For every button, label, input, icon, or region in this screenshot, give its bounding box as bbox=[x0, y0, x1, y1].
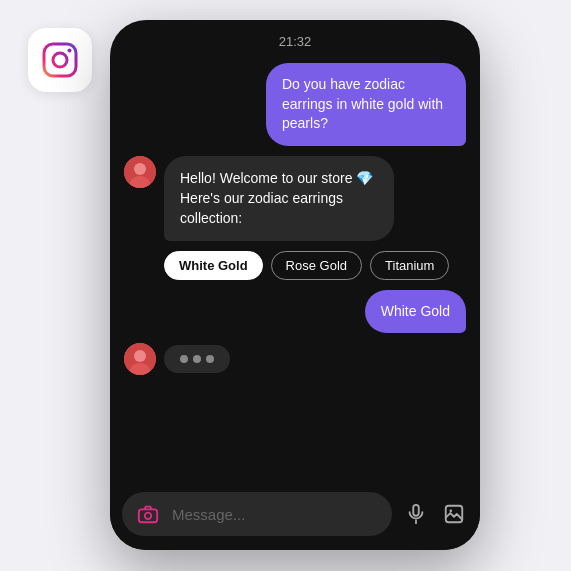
option-titanium[interactable]: Titanium bbox=[370, 251, 449, 280]
option-white-gold[interactable]: White Gold bbox=[164, 251, 263, 280]
microphone-icon[interactable] bbox=[402, 500, 430, 528]
typing-dot-2 bbox=[193, 355, 201, 363]
incoming-message-1: Hello! Welcome to our store 💎 Here's our… bbox=[124, 156, 466, 241]
chat-area: Do you have zodiac earrings in white gol… bbox=[110, 55, 480, 482]
typing-dot-3 bbox=[206, 355, 214, 363]
svg-point-2 bbox=[68, 49, 72, 53]
instagram-icon bbox=[28, 28, 92, 92]
image-icon[interactable] bbox=[440, 500, 468, 528]
svg-point-4 bbox=[134, 163, 146, 175]
typing-bubble bbox=[164, 345, 230, 373]
input-bar: Message... bbox=[110, 482, 480, 550]
avatar-typing bbox=[124, 343, 156, 375]
camera-icon[interactable] bbox=[134, 500, 162, 528]
message-input-placeholder[interactable]: Message... bbox=[172, 506, 380, 523]
bubble-in-1: Hello! Welcome to our store 💎 Here's our… bbox=[164, 156, 394, 241]
option-rose-gold[interactable]: Rose Gold bbox=[271, 251, 362, 280]
svg-point-10 bbox=[145, 513, 151, 519]
svg-rect-9 bbox=[139, 509, 157, 522]
phone-mockup: 21:32 Do you have zodiac earrings in whi… bbox=[110, 20, 480, 550]
typing-dot-1 bbox=[180, 355, 188, 363]
svg-point-14 bbox=[449, 509, 452, 512]
avatar bbox=[124, 156, 156, 188]
outgoing-message-1: Do you have zodiac earrings in white gol… bbox=[124, 63, 466, 146]
options-row: White Gold Rose Gold Titanium bbox=[164, 251, 466, 280]
outgoing-message-2: White Gold bbox=[124, 290, 466, 334]
svg-rect-0 bbox=[44, 44, 76, 76]
svg-point-1 bbox=[53, 53, 67, 67]
status-bar: 21:32 bbox=[110, 20, 480, 55]
input-field-wrapper[interactable]: Message... bbox=[122, 492, 392, 536]
bubble-out-2: White Gold bbox=[365, 290, 466, 334]
svg-rect-11 bbox=[413, 505, 419, 516]
bubble-out-1: Do you have zodiac earrings in white gol… bbox=[266, 63, 466, 146]
time-display: 21:32 bbox=[279, 34, 312, 49]
svg-point-7 bbox=[134, 350, 146, 362]
typing-indicator-row bbox=[124, 343, 466, 375]
scene: 21:32 Do you have zodiac earrings in whi… bbox=[0, 0, 571, 571]
